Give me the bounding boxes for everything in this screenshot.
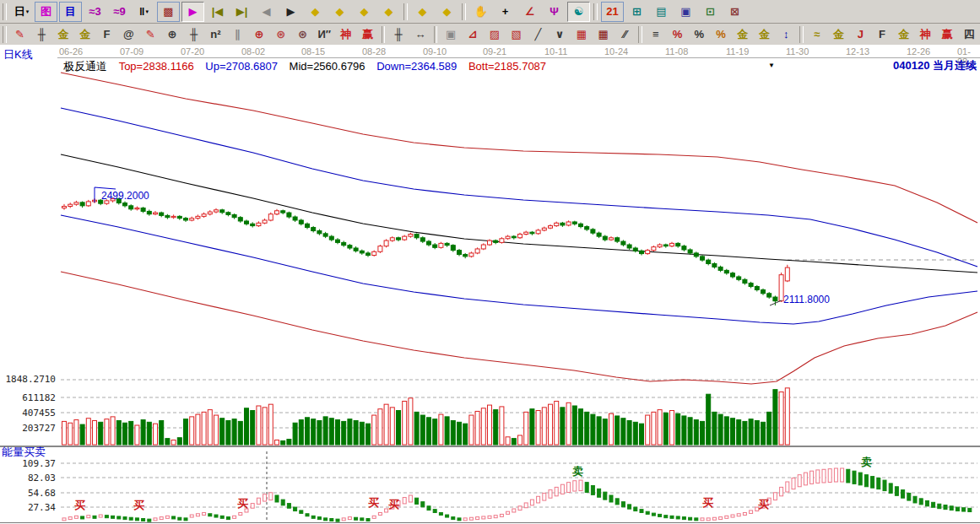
shen-channel-button[interactable]: 神: [916, 24, 936, 45]
calendar-button[interactable]: 21: [601, 2, 624, 22]
web-tool-icon: ⊛: [298, 29, 307, 40]
gold-ruler-2-button[interactable]: 金: [75, 24, 95, 45]
n2-ruler-button[interactable]: n²: [206, 24, 226, 45]
f-ruler-button[interactable]: F: [97, 24, 117, 45]
ying-channel-button[interactable]: 赢: [937, 24, 957, 45]
gold-circle-button[interactable]: 金: [733, 24, 753, 45]
flat-gold-button[interactable]: ≈: [807, 24, 827, 45]
last-screen-button[interactable]: ▶|: [230, 2, 253, 22]
j-channel-button[interactable]: J: [850, 24, 870, 45]
fan-lines-button[interactable]: ⊿: [463, 24, 483, 45]
spiral-tool-button[interactable]: @: [118, 24, 138, 45]
shen-ruler-button[interactable]: 神: [336, 24, 356, 45]
gold-circle-2-icon: 金: [759, 29, 770, 40]
star-circle-button[interactable]: ⊛: [271, 24, 291, 45]
first-screen-icon: |◀: [212, 6, 224, 17]
chip-tool-button[interactable]: ↕: [776, 24, 796, 45]
target-tool-button[interactable]: ⊕: [249, 24, 269, 45]
wave-9-button[interactable]: ≈9: [108, 2, 131, 22]
price-ruler-button[interactable]: ≡: [646, 24, 666, 45]
chart-window-button[interactable]: 图: [35, 2, 57, 22]
dropdown-marker-icon[interactable]: ▼: [768, 62, 775, 69]
percent-zone-button[interactable]: %: [668, 24, 688, 45]
anchor-box-button[interactable]: ▣: [441, 24, 461, 45]
toolbar-separator: [799, 26, 804, 43]
expand-spacing-button[interactable]: ◆: [353, 2, 376, 22]
mirror-tool-button[interactable]: ∥: [227, 24, 247, 45]
compare-overlay-icon: ▩: [163, 6, 173, 17]
anchor-box-icon: ▣: [446, 29, 456, 40]
gold-ruler-button[interactable]: 金: [53, 24, 73, 45]
gold-circle-2-button[interactable]: 金: [755, 24, 775, 45]
toolbar-separator: [3, 26, 7, 43]
calculator-button[interactable]: ⊞: [625, 2, 648, 22]
network-button[interactable]: ⊡: [699, 2, 722, 22]
crosshair-tool-button[interactable]: +: [494, 2, 517, 22]
first-screen-button[interactable]: |◀: [206, 2, 229, 22]
grid-box-button[interactable]: ▦: [571, 24, 592, 45]
pen-tool-button[interactable]: ✎: [10, 24, 30, 45]
web-tool-button[interactable]: ⊛: [293, 24, 313, 45]
smart-brain-button[interactable]: ☯: [567, 2, 590, 22]
plain-ruler-button[interactable]: ╫: [184, 24, 204, 45]
hand-tool-icon: ✋: [474, 6, 487, 17]
price-axis-bottom-label: 1848.2710: [0, 374, 56, 385]
cycle-circle-button[interactable]: ⊕: [162, 24, 182, 45]
compare-overlay-button[interactable]: ▩: [157, 2, 180, 22]
gann-fan-box-button[interactable]: ▨: [485, 24, 505, 45]
flag-tool-button[interactable]: Ψ: [543, 2, 566, 22]
chart-window-icon: 图: [41, 6, 51, 17]
zoom-out-button[interactable]: ◆: [304, 2, 327, 22]
kline-period-dropdown-icon: ▾: [26, 8, 30, 14]
gann-box-icon: ▧: [511, 29, 521, 40]
count-ruler-button[interactable]: ╫: [388, 24, 409, 45]
n2-ruler-icon: n²: [210, 29, 220, 40]
parallel-lines-button[interactable]: ∕∕: [615, 24, 636, 45]
plain-ruler-icon: ╫: [190, 29, 198, 40]
kline-period-button[interactable]: 日▾: [10, 2, 33, 22]
v-line-button[interactable]: ∨: [550, 24, 570, 45]
si-channel-icon: 四: [964, 29, 975, 40]
gold-channel-button[interactable]: 金: [894, 24, 914, 45]
prev-bar-button[interactable]: ◀: [255, 2, 278, 22]
si-channel-button[interactable]: 四: [959, 24, 979, 45]
gold-ruler-icon: 金: [58, 29, 69, 40]
high-annotation: 2499.2000: [101, 190, 149, 202]
date-tick: 07-09: [120, 46, 143, 57]
gold-circle-icon: 金: [737, 29, 748, 40]
zoom-in-button[interactable]: ◆: [328, 2, 351, 22]
hand-tool-button[interactable]: ✋: [469, 2, 492, 22]
wave-3-button[interactable]: ≈3: [84, 2, 106, 22]
shrink-spacing-button[interactable]: ◆: [377, 2, 400, 22]
grid-box-2-button[interactable]: ▦: [593, 24, 614, 45]
percent-button[interactable]: %: [689, 24, 709, 45]
percent-line-icon: %: [716, 29, 726, 40]
f-channel-button[interactable]: F: [872, 24, 892, 45]
f-ruler-icon: F: [104, 29, 111, 40]
speed-line-button[interactable]: И″: [314, 24, 334, 45]
date-tick: 08-15: [301, 46, 325, 57]
date-tick: 11-08: [665, 46, 688, 57]
trend-line-button[interactable]: ╱: [528, 24, 548, 45]
measure-pen-button[interactable]: ✎: [140, 24, 160, 45]
ying-ruler-button[interactable]: 赢: [358, 24, 378, 45]
indicator-pane-label: 能量买卖: [2, 445, 46, 460]
width-measure-button[interactable]: ↔: [410, 24, 430, 45]
date-tick: 11-19: [726, 46, 749, 57]
gann-ruler-button[interactable]: ╫: [31, 24, 51, 45]
page-center-button[interactable]: ◆: [436, 2, 458, 22]
trade-button[interactable]: ⊠: [723, 2, 746, 22]
page-left-button[interactable]: ◆: [411, 2, 434, 22]
zoom-out-icon: ◆: [311, 6, 320, 17]
save-button[interactable]: ▣: [674, 2, 697, 22]
gold-line-button[interactable]: 金: [829, 24, 849, 45]
percent-line-button[interactable]: %: [711, 24, 731, 45]
next-bar-button[interactable]: ▶: [279, 2, 302, 22]
candle-style-button[interactable]: ‖▾: [133, 2, 155, 22]
quote-list-button[interactable]: 目: [59, 2, 82, 22]
width-measure-icon: ↔: [414, 29, 425, 40]
angle-tool-button[interactable]: ∠: [518, 2, 541, 22]
notes-button[interactable]: ▤: [650, 2, 673, 22]
smart-analysis-button[interactable]: ▶: [181, 2, 204, 22]
gann-box-button[interactable]: ▧: [506, 24, 527, 45]
